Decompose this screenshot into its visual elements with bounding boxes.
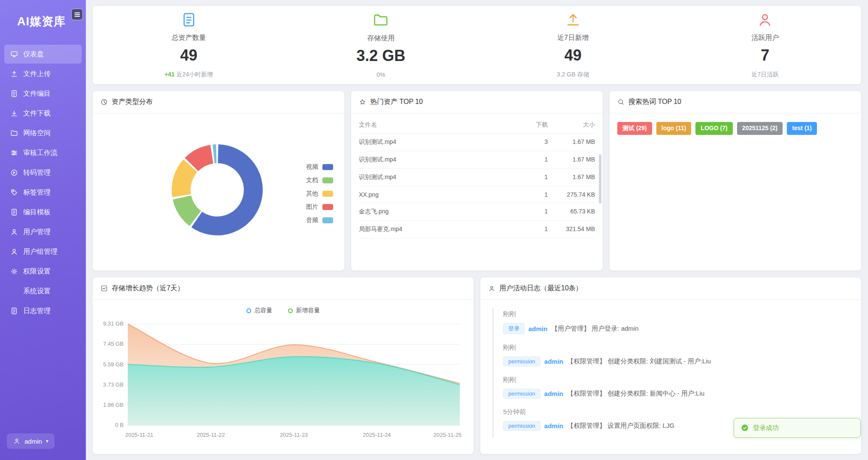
log-entry: 登录admin【用户管理】 用户登录: admin bbox=[503, 323, 849, 334]
cell-downloads: 1 bbox=[509, 208, 548, 216]
legend-label: 文档 bbox=[306, 177, 318, 184]
legend-label: 音频 bbox=[306, 216, 318, 224]
legend-label: 总容量 bbox=[255, 307, 273, 314]
hot-word-tag[interactable]: 20251125 (2) bbox=[737, 122, 783, 135]
log-user-link[interactable]: admin bbox=[544, 358, 563, 365]
legend-label: 新增容量 bbox=[296, 307, 320, 314]
cell-downloads: 1 bbox=[509, 225, 548, 233]
log-entry: permissionadmin【权限管理】 创建分类权限: 刘建国测试 - 用户… bbox=[503, 356, 849, 366]
sidebar-collapse-button[interactable] bbox=[71, 9, 83, 20]
document-icon bbox=[181, 12, 197, 30]
tag-icon bbox=[10, 189, 18, 196]
monitor-icon bbox=[10, 50, 18, 58]
stat-block: 近7日新增493.2 GB 存储 bbox=[477, 12, 669, 79]
cell-downloads: 3 bbox=[509, 138, 548, 146]
area-legend-item[interactable]: 新增容量 bbox=[288, 307, 320, 314]
sidebar-item-9[interactable]: 用户管理 bbox=[4, 222, 82, 241]
sidebar-item-7[interactable]: 标签管理 bbox=[4, 183, 82, 202]
sidebar-item-label: 标签管理 bbox=[23, 188, 51, 197]
sidebar-item-8[interactable]: 编目模板 bbox=[4, 203, 82, 222]
hot-assets-table: 文件名下载大小识别测试.mp431.67 MB识别测试.mp411.67 MB识… bbox=[351, 113, 603, 238]
table-row[interactable]: XX.png1275.74 KB bbox=[359, 186, 595, 203]
log-user-link[interactable]: admin bbox=[544, 390, 563, 397]
svg-text:9.31 GB: 9.31 GB bbox=[103, 320, 124, 327]
sidebar-item-5[interactable]: 审核工作流 bbox=[4, 143, 82, 162]
storage-trend-card: 存储增长趋势（近7天） 总容量新增容量 0 B1.86 GB3.73 GB5.5… bbox=[93, 277, 473, 454]
scrollbar-thumb[interactable] bbox=[599, 154, 601, 204]
sidebar-item-0[interactable]: 仪表盘 bbox=[4, 45, 82, 64]
user-icon bbox=[10, 228, 18, 236]
hot-word-tag[interactable]: 测试 (29) bbox=[617, 122, 652, 135]
hot-assets-card-title: 热门资产 TOP 10 bbox=[370, 97, 423, 107]
legend-circle-icon bbox=[246, 308, 251, 313]
log-entry: permissionadmin【权限管理】 创建分类权限: 新闻中心 - 用户:… bbox=[503, 389, 849, 399]
area-legend-item[interactable]: 总容量 bbox=[246, 307, 273, 314]
cell-size: 1.67 MB bbox=[548, 174, 595, 181]
sidebar-item-11[interactable]: 权限设置 bbox=[4, 262, 82, 281]
success-toast: 登录成功 bbox=[734, 418, 861, 438]
hot-word-tag[interactable]: logo (11) bbox=[656, 122, 692, 135]
table-header: 文件名下载大小 bbox=[359, 116, 595, 134]
table-row[interactable]: 识别测试.mp411.67 MB bbox=[359, 151, 595, 169]
stat-block: 活跃用户7近7日活跃 bbox=[669, 12, 862, 79]
donut-legend-item[interactable]: 其他 bbox=[306, 190, 333, 198]
hot-word-tag[interactable]: test (1) bbox=[787, 122, 817, 135]
log-user-link[interactable]: admin bbox=[528, 325, 547, 332]
stat-value: 49 bbox=[565, 46, 582, 64]
sliders-icon bbox=[10, 149, 18, 157]
search-icon bbox=[617, 98, 625, 106]
sidebar-item-label: 文件编目 bbox=[23, 89, 51, 98]
sidebar-item-label: 网络空间 bbox=[23, 129, 51, 138]
sidebar-item-label: 日志管理 bbox=[23, 307, 51, 316]
sidebar-item-13[interactable]: 日志管理 bbox=[4, 302, 82, 320]
donut-legend-item[interactable]: 图片 bbox=[306, 203, 333, 211]
sidebar-item-label: 权限设置 bbox=[23, 267, 51, 276]
svg-text:2025-11-25: 2025-11-25 bbox=[434, 431, 461, 438]
sidebar-item-1[interactable]: 文件上传 bbox=[4, 64, 82, 83]
stat-sub: 近7日活跃 bbox=[751, 71, 779, 79]
log-entry-text: 【权限管理】 创建分类权限: 刘建国测试 - 用户:Liu bbox=[567, 357, 711, 366]
svg-text:7.45 GB: 7.45 GB bbox=[103, 341, 124, 347]
legend-marker bbox=[322, 191, 333, 197]
svg-text:2025-11-21: 2025-11-21 bbox=[125, 431, 153, 438]
log-entry-time: 刚刚 bbox=[503, 344, 849, 352]
activity-log-card-header: 用户活动日志（最近10条） bbox=[480, 277, 861, 300]
legend-label: 视频 bbox=[306, 163, 318, 171]
download-icon bbox=[10, 110, 18, 117]
log-action-tag: permission bbox=[503, 421, 540, 431]
table-row[interactable]: 识别测试.mp431.67 MB bbox=[359, 134, 595, 151]
sidebar-item-2[interactable]: 文件编目 bbox=[4, 84, 82, 103]
sidebar-username: admin bbox=[24, 438, 42, 445]
sidebar-item-4[interactable]: 网络空间 bbox=[4, 124, 82, 143]
donut-legend-item[interactable]: 文档 bbox=[306, 177, 333, 184]
donut-legend-item[interactable]: 音频 bbox=[306, 216, 333, 224]
donut-legend-item[interactable]: 视频 bbox=[306, 163, 333, 171]
hot-word-tag[interactable]: LOGO (7) bbox=[695, 122, 732, 135]
cell-filename: 识别测试.mp4 bbox=[359, 138, 509, 146]
user-icon bbox=[757, 12, 773, 30]
svg-text:2025-11-22: 2025-11-22 bbox=[197, 431, 225, 438]
sidebar-item-10[interactable]: 用户组管理 bbox=[4, 242, 82, 261]
hot-assets-card-header: 热门资产 TOP 10 bbox=[351, 91, 603, 113]
sidebar-item-3[interactable]: 文件下载 bbox=[4, 104, 82, 123]
sidebar-item-label: 用户组管理 bbox=[23, 247, 58, 256]
sidebar-user-menu[interactable]: admin ▾ bbox=[7, 433, 55, 449]
folder-icon bbox=[10, 129, 18, 137]
stat-block: 总资产数量49+41 近24小时新增 bbox=[93, 12, 285, 79]
cell-filename: 金志飞.png bbox=[359, 208, 509, 216]
log-entry-time: 刚刚 bbox=[503, 310, 849, 318]
sidebar-item-6[interactable]: 转码管理 bbox=[4, 163, 82, 182]
log-entry-time: 5分钟前 bbox=[503, 408, 849, 416]
log-entry-text: 【权限管理】 创建分类权限: 新闻中心 - 用户:Liu bbox=[567, 390, 704, 398]
log-user-link[interactable]: admin bbox=[544, 422, 563, 430]
sidebar-item-12[interactable]: 系统设置 bbox=[4, 282, 82, 301]
stat-value: 7 bbox=[761, 46, 769, 64]
table-row[interactable]: 金志飞.png165.73 KB bbox=[359, 203, 595, 221]
hot-assets-card-body: 文件名下载大小识别测试.mp431.67 MB识别测试.mp411.67 MB识… bbox=[351, 113, 603, 271]
legend-marker bbox=[322, 177, 333, 183]
cell-size: 321.54 MB bbox=[548, 225, 595, 233]
svg-text:5.59 GB: 5.59 GB bbox=[103, 361, 124, 368]
storage-trend-card-title: 存储增长趋势（近7天） bbox=[112, 284, 184, 293]
table-row[interactable]: 识别测试.mp411.67 MB bbox=[359, 169, 595, 186]
table-row[interactable]: 局部马赛克.mp41321.54 MB bbox=[359, 221, 595, 238]
